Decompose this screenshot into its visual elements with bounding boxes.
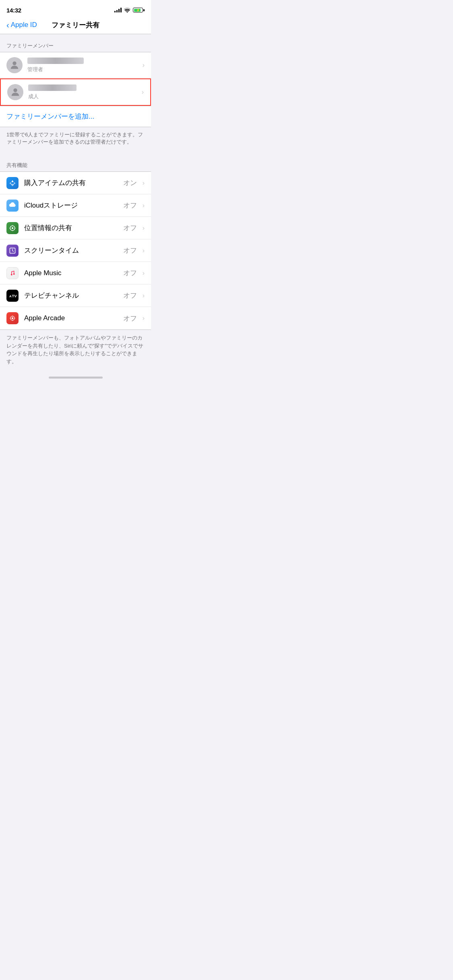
member-admin-row[interactable]: 管理者 ›: [0, 52, 151, 78]
family-members-list: 管理者 › 成人 ›: [0, 52, 151, 106]
findmy-icon: [6, 222, 19, 234]
tv-channels-label: テレビチャンネル: [24, 291, 123, 300]
member-admin-name-blurred: [27, 58, 84, 64]
apple-music-value: オフ: [123, 268, 137, 278]
member-admin-role: 管理者: [27, 66, 43, 72]
feature-tv-channels[interactable]: A TV テレビチャンネル オフ ›: [0, 284, 151, 307]
member-adult-row[interactable]: 成人 ›: [0, 78, 151, 106]
svg-point-0: [12, 62, 16, 65]
apple-arcade-label: Apple Arcade: [24, 314, 123, 322]
feature-location-sharing[interactable]: 位置情報の共有 オフ ›: [0, 217, 151, 239]
add-member-section: ファミリーメンバーを追加...: [0, 106, 151, 127]
member-admin-avatar: [6, 57, 23, 73]
feature-screen-time[interactable]: スクリーンタイム オフ ›: [0, 239, 151, 262]
status-icons: ⚡: [114, 8, 145, 12]
member-admin-info: 管理者: [27, 58, 139, 73]
screen-time-label: スクリーンタイム: [24, 246, 123, 255]
battery-icon: ⚡: [133, 8, 145, 12]
person-icon: [9, 60, 20, 71]
appstore-icon: [6, 177, 19, 189]
chevron-right-icon: ›: [143, 224, 145, 232]
chevron-left-icon: ‹: [6, 21, 9, 29]
family-members-header: ファミリーメンバー: [0, 34, 151, 52]
member-adult-avatar: [7, 84, 23, 100]
signal-icon: [114, 8, 122, 12]
location-sharing-label: 位置情報の共有: [24, 223, 123, 233]
member-adult-name-blurred: [28, 84, 77, 91]
nav-back-label: Apple ID: [11, 21, 37, 29]
screen-time-value: オフ: [123, 246, 137, 255]
feature-apple-music[interactable]: Apple Music オフ ›: [0, 262, 151, 284]
purchase-sharing-label: 購入アイテムの共有: [24, 178, 123, 187]
nav-title: ファミリー共有: [52, 21, 99, 30]
chevron-right-icon: ›: [143, 202, 145, 209]
apple-tv-icon: A TV: [6, 290, 19, 302]
svg-text:A: A: [9, 294, 12, 298]
person-icon: [10, 86, 21, 98]
apple-arcade-value: オフ: [123, 314, 137, 323]
chevron-right-icon: ›: [143, 62, 145, 69]
features-list: 購入アイテムの共有 オン › iCloudストレージ オフ › 位置情報の共有 …: [0, 171, 151, 330]
chevron-right-icon: ›: [143, 270, 145, 277]
icloud-storage-label: iCloudストレージ: [24, 201, 123, 210]
svg-text:TV: TV: [12, 294, 17, 298]
feature-apple-arcade[interactable]: Apple Arcade オフ ›: [0, 307, 151, 329]
apple-music-label: Apple Music: [24, 269, 123, 277]
tv-channels-value: オフ: [123, 291, 137, 300]
apple-arcade-icon: [6, 312, 19, 324]
feature-icloud-storage[interactable]: iCloudストレージ オフ ›: [0, 194, 151, 217]
purchase-sharing-value: オン: [123, 178, 137, 187]
nav-back-button[interactable]: ‹ Apple ID: [6, 21, 37, 29]
chevron-right-icon: ›: [143, 179, 145, 187]
svg-point-1: [13, 89, 17, 92]
chevron-right-icon: ›: [143, 315, 145, 322]
nav-bar: ‹ Apple ID ファミリー共有: [0, 18, 151, 34]
svg-point-3: [12, 227, 13, 229]
status-bar: 14:32 ⚡: [0, 0, 151, 18]
icloud-icon: [6, 200, 19, 212]
member-adult-role: 成人: [28, 93, 39, 99]
chevron-right-icon: ›: [143, 292, 145, 299]
family-info-text: 1世帯で6人までファミリーに登録することができます。ファミリーメンバーを追加でき…: [0, 127, 151, 154]
svg-point-10: [13, 273, 15, 275]
shared-features-header: 共有機能: [0, 154, 151, 171]
screentime-icon: [6, 245, 19, 257]
add-member-button[interactable]: ファミリーメンバーを追加...: [0, 106, 151, 127]
home-indicator: [0, 373, 151, 381]
svg-point-14: [12, 317, 13, 319]
icloud-storage-value: オフ: [123, 201, 137, 210]
wifi-icon: [124, 8, 130, 12]
chevron-right-icon: ›: [143, 247, 145, 254]
member-adult-info: 成人: [28, 84, 139, 100]
location-sharing-value: オフ: [123, 223, 137, 233]
feature-purchase-sharing[interactable]: 購入アイテムの共有 オン ›: [0, 172, 151, 194]
apple-music-icon: [6, 267, 19, 279]
svg-point-9: [11, 274, 12, 276]
home-bar: [49, 377, 103, 379]
bottom-note: ファミリーメンバーも、フォトアルバムやファミリーのカレンダーを共有したり、Sir…: [0, 330, 151, 373]
status-time: 14:32: [6, 7, 21, 14]
chevron-right-icon: ›: [142, 89, 144, 96]
